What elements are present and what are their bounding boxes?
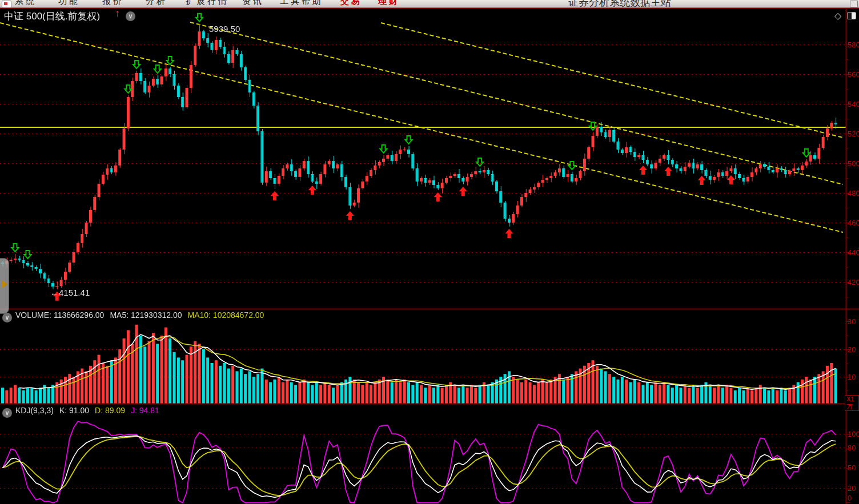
price-axis-label: 4400 [848,248,859,257]
kdj-axis-label: 50 [848,463,856,472]
kdj-axis-label: 0 [848,494,852,502]
menu-corner-icon[interactable] [850,1,858,7]
instrument-title: 中证 500(日线.前复权) [4,10,100,23]
volume-unit-badge: X1万 [845,395,859,411]
menu-item-0[interactable]: 系统 [15,0,37,7]
price-axis-label: 4600 [848,219,859,227]
volume-value-label: VOLUME: 113666296.00 [15,311,104,320]
price-axis-label: 5000 [848,159,859,168]
kdj-axis-label: 100 [848,430,859,438]
diamond-tool-icon[interactable]: ◇ [834,10,841,21]
low-price-label: ←4151.41 [50,288,90,297]
collapse-volume-pane-icon[interactable]: ∨ [2,313,12,322]
menu-item-8[interactable]: 交易 [340,0,362,7]
price-axis-label: 5600 [848,70,859,79]
kdj-axis-label: 80 [848,443,856,452]
menu-item-6[interactable]: 工具 [280,0,302,7]
price-axis-label: 4800 [848,189,859,197]
volume-axis-label: 10 [848,373,856,381]
price-axis-label: 5400 [848,100,859,108]
chart-canvas[interactable] [0,0,859,504]
kdj-d-label: D: 89.09 [95,406,125,415]
app-logo-icon[interactable] [2,1,11,8]
price-axis-label: 4200 [848,278,859,287]
titlebar-center-text: 证券分析系统数据主站 [568,0,671,8]
menu-item-4[interactable]: 扩展行情 [186,0,229,7]
kdj-j-label: J: 94.81 [131,406,159,415]
up-arrow-icon: ↑ [115,7,120,19]
collapse-main-pane-icon[interactable]: ∨ [126,11,135,21]
price-axis-label: 5800 [848,41,859,49]
kdj-axis-label: 20 [848,484,856,493]
kdj-pane-header: ∨KDJ(9,3,3)K: 91.00D: 89.09J: 94.81 [2,406,159,418]
split-pane-icon[interactable] [847,12,856,19]
peak-price-label: 5939.50 [209,24,240,34]
volume-ma5-label: MA5: 121930312.00 [110,311,182,320]
volume-axis-label: 30 [848,317,856,326]
price-axis-label: 5200 [848,130,859,138]
menu-item-3[interactable]: 分析 [146,0,167,7]
menu-item-1[interactable]: 功能 [58,0,80,7]
volume-pane-header: ∨VOLUME: 113666296.00MA5: 121930312.00MA… [2,311,264,322]
menu-bar: 证券分析系统数据主站 系统功能报价分析扩展行情资讯工具帮助交易理财 [0,0,859,8]
collapse-kdj-pane-icon[interactable]: ∨ [2,408,12,418]
side-panel-drag-handle[interactable] [0,258,9,314]
kdj-k-label: K: 91.00 [59,406,89,415]
kdj-name-label: KDJ(9,3,3) [15,406,54,415]
expand-panel-arrow-icon [2,280,7,288]
volume-ma10-label: MA10: 102084672.00 [188,311,264,320]
volume-axis-label: 20 [848,345,856,354]
menu-item-9[interactable]: 理财 [378,0,400,7]
menu-item-5[interactable]: 资讯 [242,0,264,7]
stock-app-window: 证券分析系统数据主站 系统功能报价分析扩展行情资讯工具帮助交易理财 中证 500… [0,0,859,504]
menu-item-7[interactable]: 帮助 [302,0,323,7]
menu-item-2[interactable]: 报价 [102,0,124,7]
